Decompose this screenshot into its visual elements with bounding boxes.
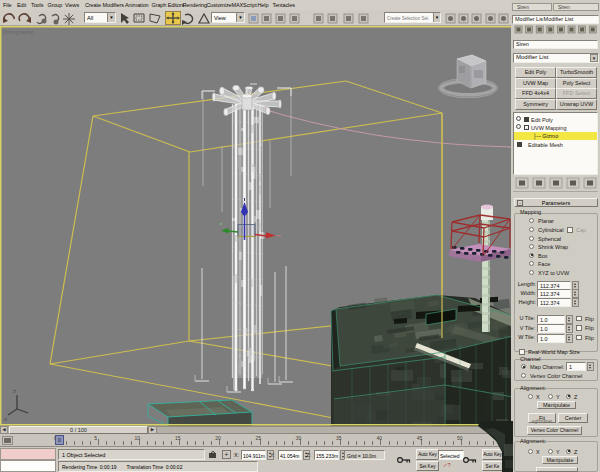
svg-text:x: x [4,416,7,422]
svg-text:z: z [13,388,16,394]
